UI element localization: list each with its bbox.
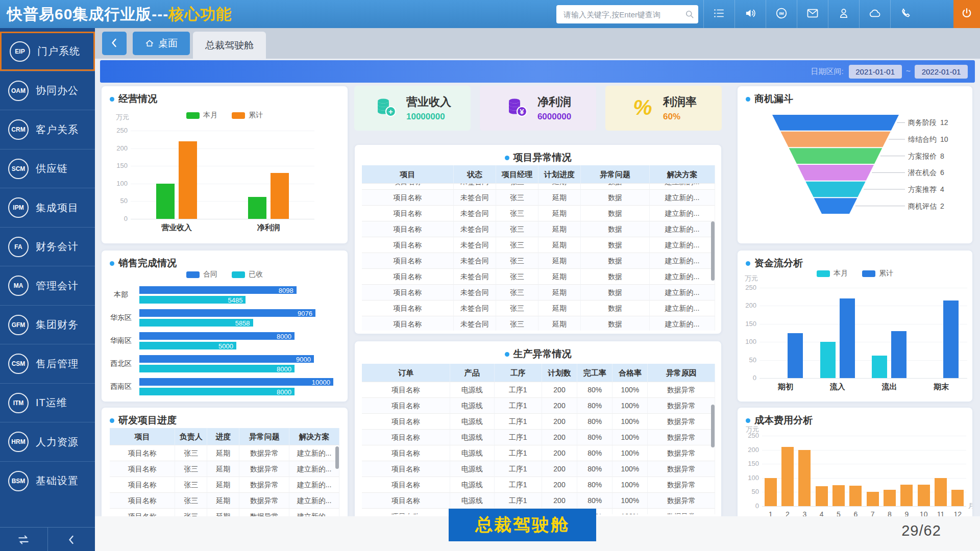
y-tick-label: 100	[106, 180, 128, 187]
gridline	[762, 436, 966, 436]
list-icon	[713, 7, 726, 22]
table-cell: 项目名称	[362, 398, 450, 414]
table-row: 项目名称张三延期数据异常建立新的...	[110, 509, 339, 516]
table-header-cell: 订单	[362, 364, 450, 382]
table-header-cell: 项目经理	[496, 165, 538, 184]
power-button[interactable]	[953, 0, 980, 28]
im-button[interactable]: IM	[766, 0, 797, 28]
table-cell: 张三	[496, 190, 538, 206]
tab-desktop[interactable]: 桌面	[133, 32, 190, 55]
bar	[156, 184, 175, 219]
scrollbar-thumb[interactable]	[711, 405, 715, 447]
table-cell: 项目名称	[362, 445, 450, 461]
sidebar-item-ipm[interactable]: IPM集成项目	[0, 188, 95, 227]
table-header-row: 项目负责人进度异常问题解决方案	[110, 428, 339, 445]
gridline	[760, 288, 967, 288]
tab-ceo-dashboard[interactable]: 总裁驾驶舱	[193, 32, 266, 59]
table-row: 项目名称张三延期数据异常建立新的...	[110, 477, 339, 493]
search-input[interactable]	[562, 10, 681, 19]
table-cell: 未签合同	[454, 190, 496, 206]
table-header-cell: 异常原因	[648, 364, 715, 382]
y-tick-label: 0	[738, 374, 756, 382]
back-button[interactable]	[102, 32, 127, 55]
table-cell: 张三	[496, 206, 538, 221]
speaker-button[interactable]	[734, 0, 766, 28]
table-row: 项目名称未签合同张三延期数据建立新的...	[362, 300, 715, 316]
gridline	[131, 219, 314, 219]
gridline	[131, 148, 314, 149]
table-cell: 工序1	[495, 493, 542, 509]
y-tick-label: 200	[738, 302, 756, 309]
table-cell: 延期	[207, 509, 239, 516]
mail-button[interactable]	[797, 0, 828, 28]
swap-icon[interactable]	[0, 528, 47, 551]
table-cell: 项目名称	[362, 509, 450, 514]
table-cell: 延期	[538, 190, 581, 206]
table-cell: 项目名称	[110, 509, 175, 516]
sidebar-item-eip[interactable]: EIP门户系统	[0, 32, 95, 71]
bullet-icon	[505, 352, 509, 357]
table-header-row: 订单产品工序计划数完工率合格率异常原因	[362, 364, 715, 382]
table-row: 项目名称电源线工序120080%100%数据异常	[362, 382, 715, 398]
date-end-input[interactable]: 2022-01-01	[915, 65, 968, 79]
legend-item: 累计	[862, 269, 893, 278]
x-category-label: 1	[762, 510, 779, 516]
table-cell: 电源线	[450, 430, 495, 445]
table-cell: 建立新的...	[650, 221, 715, 237]
scrollbar-thumb[interactable]	[711, 221, 715, 281]
cloud-button[interactable]	[859, 0, 890, 28]
coins-yuan-icon: ¥	[505, 95, 529, 121]
table-cell: 数据	[581, 184, 650, 190]
bar	[943, 300, 959, 378]
legend-label: 合同	[203, 270, 217, 279]
im-icon: IM	[775, 7, 788, 22]
y-tick-label: 0	[738, 502, 759, 510]
collapse-sidebar-icon[interactable]	[47, 528, 95, 551]
funnel-label: 方案报价 8	[908, 152, 944, 160]
sidebar-footer	[0, 527, 95, 551]
bullet-icon	[110, 97, 114, 102]
user-button[interactable]	[828, 0, 859, 28]
sidebar-item-crm[interactable]: CRM客户关系	[0, 110, 95, 149]
table-cell: 80%	[577, 493, 612, 509]
scrollbar-thumb[interactable]	[335, 446, 339, 469]
sidebar-item-gfm[interactable]: GFM集团财务	[0, 305, 95, 344]
sidebar-item-oam[interactable]: OAM协同办公	[0, 71, 95, 110]
sidebar-item-itm[interactable]: ITMIT运维	[0, 383, 95, 422]
list-button[interactable]	[703, 0, 734, 28]
table-cell: 项目名称	[362, 190, 454, 206]
table-cell: 未签合同	[454, 237, 496, 253]
date-start-input[interactable]: 2021-01-01	[849, 65, 902, 79]
sidebar-item-label: IT运维	[36, 396, 67, 410]
table-cell: 电源线	[450, 382, 495, 398]
sidebar-item-hrm[interactable]: HRM人力资源	[0, 422, 95, 461]
table-cell: 项目名称	[362, 382, 450, 398]
x-category-label: 11	[932, 510, 949, 516]
bar	[781, 447, 794, 506]
x-category-label: 净利润	[244, 223, 293, 233]
sidebar-badge-icon: IPM	[8, 197, 29, 218]
svg-text:+: +	[388, 107, 393, 116]
date-range-label: 日期区间:	[811, 67, 843, 77]
sidebar-item-csm[interactable]: CSM售后管理	[0, 344, 95, 383]
search-icon[interactable]	[681, 9, 698, 19]
x-category-label: 12	[949, 510, 966, 516]
funnel-slice	[814, 198, 857, 214]
panel-title: 销售完成情况	[110, 257, 177, 270]
sidebar-item-ma[interactable]: MA管理会计	[0, 266, 95, 305]
phone-button[interactable]	[890, 0, 921, 28]
table-cell: 100%	[612, 382, 648, 398]
bar	[832, 485, 845, 506]
sidebar-item-label: 管理会计	[36, 279, 79, 293]
sidebar-badge-icon: OAM	[8, 81, 29, 101]
table-cell: 项目名称	[362, 285, 454, 300]
sidebar-item-bsm[interactable]: BSM基础设置	[0, 461, 95, 500]
bar	[248, 197, 266, 219]
table-cell: 项目名称	[362, 221, 454, 237]
table-cell: 数据	[581, 237, 650, 253]
table-cell: 数据	[581, 190, 650, 206]
sidebar-item-fa[interactable]: FA财务会计	[0, 227, 95, 266]
table-cell: 项目名称	[362, 269, 454, 285]
table-cell: 工序1	[495, 398, 542, 414]
sidebar-item-scm[interactable]: SCM供应链	[0, 149, 95, 188]
